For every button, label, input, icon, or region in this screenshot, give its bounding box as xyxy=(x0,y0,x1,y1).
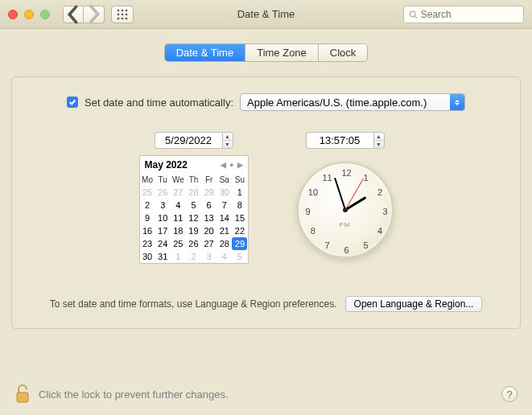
calendar-dow: Sa xyxy=(217,174,232,186)
clock-number: 11 xyxy=(322,173,332,183)
clock-number: 12 xyxy=(341,168,351,178)
calendar-day[interactable]: 10 xyxy=(155,212,171,224)
calendar-day[interactable]: 28 xyxy=(186,186,201,199)
calendar-day[interactable]: 2 xyxy=(186,250,201,263)
calendar-day[interactable]: 28 xyxy=(217,237,232,250)
calendar-day[interactable]: 12 xyxy=(186,212,201,224)
calendar-day[interactable]: 26 xyxy=(155,186,171,199)
format-hint-text: To set date and time formats, use Langua… xyxy=(50,298,337,310)
calendar-day[interactable]: 27 xyxy=(201,237,217,250)
calendar-day[interactable]: 30 xyxy=(140,250,155,263)
calendar-day[interactable]: 21 xyxy=(217,224,232,237)
date-column: ▲▼ May 2022 ◀ ● ▶ MoTuWeThFrSaSu25262728… xyxy=(139,132,249,264)
calendar-day[interactable]: 2 xyxy=(140,199,155,212)
help-button[interactable]: ? xyxy=(501,386,518,402)
calendar-day[interactable]: 1 xyxy=(232,186,247,199)
search-input[interactable] xyxy=(421,9,518,20)
tab-clock[interactable]: Clock xyxy=(319,44,368,61)
calendar-day[interactable]: 25 xyxy=(140,186,155,199)
analog-clock[interactable]: PM 121234567891011 xyxy=(297,162,394,258)
calendar-day[interactable]: 16 xyxy=(140,224,155,237)
auto-row: Set date and time automatically: Apple A… xyxy=(35,93,497,111)
calendar-day[interactable]: 14 xyxy=(217,212,232,224)
calendar-day[interactable]: 8 xyxy=(232,199,247,212)
calendar-dow: Su xyxy=(232,174,247,186)
calendar-day[interactable]: 5 xyxy=(232,250,247,263)
calendar-day[interactable]: 4 xyxy=(171,199,186,212)
time-server-dropdown[interactable]: Apple Americas/U.S. (time.apple.com.) xyxy=(240,93,465,111)
traffic-lights xyxy=(8,10,50,19)
calendar-day[interactable]: 31 xyxy=(155,250,171,263)
calendar-day[interactable]: 20 xyxy=(201,224,217,237)
calendar-day[interactable]: 7 xyxy=(217,199,232,212)
svg-point-9 xyxy=(410,10,415,16)
calendar-day[interactable]: 22 xyxy=(232,224,247,237)
zoom-window-button[interactable] xyxy=(40,10,50,19)
calendar-day[interactable]: 13 xyxy=(201,212,217,224)
minimize-window-button[interactable] xyxy=(24,10,34,19)
calendar-day[interactable]: 11 xyxy=(171,212,186,224)
calendar-day[interactable]: 3 xyxy=(201,250,217,263)
calendar-prev-icon[interactable]: ◀ xyxy=(221,161,226,169)
tab-date-and-time[interactable]: Date & Time xyxy=(165,44,246,61)
svg-point-3 xyxy=(118,13,120,15)
open-language-region-button[interactable]: Open Language & Region... xyxy=(345,296,483,312)
calendar-day[interactable]: 29 xyxy=(232,237,247,250)
calendar[interactable]: May 2022 ◀ ● ▶ MoTuWeThFrSaSu25262728293… xyxy=(139,155,249,264)
calendar-dow: Mo xyxy=(140,174,155,186)
nav-buttons xyxy=(63,6,105,23)
set-automatically-checkbox[interactable] xyxy=(67,97,78,108)
calendar-next-icon[interactable]: ▶ xyxy=(237,161,243,169)
calendar-day[interactable]: 27 xyxy=(171,186,186,199)
calendar-day[interactable]: 5 xyxy=(186,199,201,212)
set-automatically-label: Set date and time automatically: xyxy=(85,97,233,109)
time-stepper[interactable]: ▲▼ xyxy=(373,132,385,149)
back-button[interactable] xyxy=(63,6,84,23)
ampm-label: PM xyxy=(340,221,351,228)
calendar-day[interactable]: 1 xyxy=(171,250,186,263)
calendar-day[interactable]: 17 xyxy=(155,224,171,237)
svg-point-0 xyxy=(118,9,120,11)
calendar-day[interactable]: 26 xyxy=(186,237,201,250)
stepper-down-icon: ▼ xyxy=(374,141,384,148)
search-field[interactable] xyxy=(403,6,524,23)
calendar-day[interactable]: 4 xyxy=(217,250,232,263)
calendar-dow: Fr xyxy=(201,174,217,186)
calendar-day[interactable]: 24 xyxy=(155,237,171,250)
date-input[interactable] xyxy=(155,132,222,149)
calendar-day[interactable]: 25 xyxy=(171,237,186,250)
calendar-dow: Th xyxy=(186,174,201,186)
calendar-day[interactable]: 19 xyxy=(186,224,201,237)
calendar-day[interactable]: 23 xyxy=(140,237,155,250)
show-all-button[interactable] xyxy=(111,6,134,23)
date-field: ▲▼ xyxy=(155,132,233,149)
svg-point-7 xyxy=(122,17,124,19)
clock-number: 8 xyxy=(311,226,315,236)
content: Date & Time Time Zone Clock Set date and… xyxy=(0,29,532,329)
calendar-month-label: May 2022 xyxy=(145,159,221,171)
calendar-day[interactable]: 29 xyxy=(201,186,217,199)
settings-panel: Set date and time automatically: Apple A… xyxy=(11,76,521,329)
svg-rect-11 xyxy=(17,392,28,402)
time-server-value: Apple Americas/U.S. (time.apple.com.) xyxy=(247,97,427,109)
forward-button[interactable] xyxy=(84,6,105,23)
calendar-day[interactable]: 18 xyxy=(171,224,186,237)
search-icon xyxy=(409,10,418,19)
calendar-day[interactable]: 6 xyxy=(201,199,217,212)
svg-point-6 xyxy=(118,17,120,19)
close-window-button[interactable] xyxy=(8,10,18,19)
calendar-today-icon[interactable]: ● xyxy=(229,161,233,169)
date-stepper[interactable]: ▲▼ xyxy=(222,132,233,149)
time-input[interactable] xyxy=(306,132,373,149)
stepper-down-icon: ▼ xyxy=(223,141,233,148)
calendar-day[interactable]: 30 xyxy=(217,186,232,199)
svg-line-10 xyxy=(414,16,417,18)
titlebar: Date & Time xyxy=(0,0,532,29)
calendar-day[interactable]: 3 xyxy=(155,199,171,212)
calendar-day[interactable]: 15 xyxy=(232,212,247,224)
lock-icon[interactable] xyxy=(14,384,31,404)
tabbar: Date & Time Time Zone Clock xyxy=(11,43,521,62)
tab-time-zone[interactable]: Time Zone xyxy=(245,44,319,61)
calendar-day[interactable]: 9 xyxy=(140,212,155,224)
dropdown-chevron-icon xyxy=(450,94,464,110)
